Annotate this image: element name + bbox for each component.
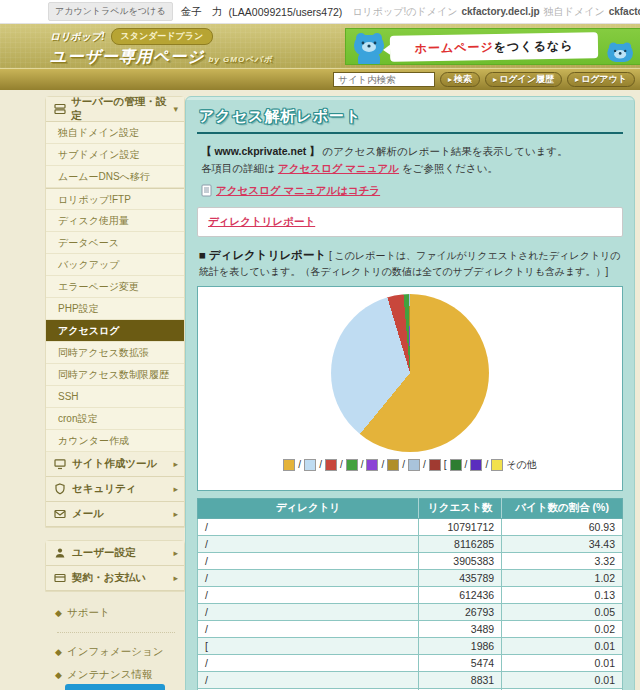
legend-swatch xyxy=(408,459,420,471)
sidebar-section-mail[interactable]: メール ▸ xyxy=(46,502,184,527)
support-link-label: サポート xyxy=(67,606,110,620)
chevron-right-icon: ▸ xyxy=(173,459,178,469)
legend-label: / xyxy=(485,459,488,470)
sidebar-item[interactable]: ムームーDNSへ移行 xyxy=(46,166,184,188)
sidebar-section-server-settings[interactable]: サーバーの管理・設定 ▾ xyxy=(46,97,184,122)
banner-text-highlight: ホームページ xyxy=(414,39,493,57)
sidebar-section-user-settings[interactable]: ユーザー設定 ▸ xyxy=(46,541,184,566)
cell-bytes-pct: 0.05 xyxy=(502,603,623,620)
legend-label: / xyxy=(423,459,426,470)
legend-item: / xyxy=(304,459,322,471)
logo-block[interactable]: ロリポップ! スタンダードプラン ユーザー専用ページby GMOペパボ xyxy=(50,28,273,68)
cell-bytes-pct: 0.13 xyxy=(502,586,623,603)
table-row: /34890.02 xyxy=(198,620,623,637)
sidebar-item[interactable]: カウンター作成 xyxy=(46,430,184,452)
table-row: /4357891.02 xyxy=(198,569,623,586)
own-domain-value: ckfactory.net,ckprivat… xyxy=(609,6,640,17)
cell-directory: / xyxy=(198,518,419,535)
directory-report-link[interactable]: ディレクトリレポート xyxy=(208,215,315,227)
sidebar-item[interactable]: バックアップ xyxy=(46,254,184,276)
cell-requests: 3905383 xyxy=(419,552,502,569)
triangle-icon: ▸ xyxy=(493,75,497,84)
cell-requests: 3489 xyxy=(419,620,502,637)
account-user-name: 金子 力 xyxy=(181,5,223,19)
sidebar-item[interactable]: エラーページ変更 xyxy=(46,276,184,298)
cell-requests: 435789 xyxy=(419,569,502,586)
legend-item: / xyxy=(283,459,301,471)
byline: by GMOペパボ xyxy=(209,55,273,64)
bear-mascot-icon xyxy=(604,40,638,65)
triangle-icon: ▸ xyxy=(448,75,452,84)
cell-directory: / xyxy=(198,552,419,569)
user-page-title: ユーザー専用ページby GMOペパボ xyxy=(50,47,273,68)
logout-button[interactable]: ▸ ログアウト xyxy=(567,72,635,87)
person-icon xyxy=(54,547,67,559)
sidebar-item[interactable]: SSH xyxy=(46,386,184,408)
sidebar-item[interactable]: PHP設定 xyxy=(46,298,184,320)
header: ロリポップ! スタンダードプラン ユーザー専用ページby GMOペパボ ホームペ… xyxy=(0,24,640,68)
credit-card-icon xyxy=(54,572,67,584)
search-button[interactable]: ▸ 検索 xyxy=(440,72,480,87)
cell-directory: / xyxy=(198,654,419,671)
sidebar-section-billing[interactable]: 契約・お支払い ▸ xyxy=(46,566,184,591)
chevron-right-icon: ▸ xyxy=(173,484,178,494)
support-link[interactable]: ◆ サポート xyxy=(55,606,185,620)
intro-line1: のアクセス解析のレポート結果を表示しています。 xyxy=(320,145,568,157)
legend-swatch xyxy=(346,459,358,471)
login-history-button[interactable]: ▸ ログイン履歴 xyxy=(485,72,562,87)
promo-banner[interactable]: ホームページをつくるなら xyxy=(345,28,640,65)
cell-bytes-pct: 1.02 xyxy=(502,569,623,586)
cell-requests: 612436 xyxy=(419,586,502,603)
search-toolbar: ▸ 検索 ▸ ログイン履歴 ▸ ログアウト xyxy=(0,68,640,90)
maintenance-link[interactable]: ◆ メンテナンス情報 xyxy=(55,668,185,682)
diamond-bullet-icon: ◆ xyxy=(55,647,62,657)
sidebar-item[interactable]: データベース xyxy=(46,232,184,254)
table-row: /267930.05 xyxy=(198,603,623,620)
cell-requests: 1986 xyxy=(419,637,502,654)
cell-requests: 8116285 xyxy=(419,535,502,552)
sidebar-footer-links: ◆ サポート ◆ インフォメーション ◆ メンテナンス情報 ◆ 障害情報 xyxy=(45,592,185,690)
brand-logo: ロリポップ! xyxy=(50,30,105,44)
sidebar-section-label: セキュリティ xyxy=(72,482,136,496)
legend-swatch xyxy=(470,459,482,471)
sidebar-item[interactable]: 同時アクセス数制限履歴 xyxy=(46,364,184,386)
search-button-label: 検索 xyxy=(454,73,472,86)
account-label-button[interactable]: アカウントラベルをつける xyxy=(48,2,173,21)
sidebar-item[interactable]: 独自ドメイン設定 xyxy=(46,122,184,144)
chart-legend: / / / / / / / [ / / その他 xyxy=(198,458,622,472)
legend-item: / xyxy=(325,459,343,471)
chevron-right-icon: ▸ xyxy=(173,573,178,583)
sidebar-item[interactable]: cron設定 xyxy=(46,408,184,430)
manual-link[interactable]: アクセスログ マニュアル xyxy=(278,162,399,174)
diamond-bullet-icon: ◆ xyxy=(55,608,62,618)
sidebar-item[interactable]: 同時アクセス数拡張 xyxy=(46,342,184,364)
sidebar-item[interactable]: ロリポップ!FTP xyxy=(46,188,184,210)
legend-label: / xyxy=(381,459,384,470)
sidebar-account-box: ユーザー設定 ▸ 契約・お支払い ▸ xyxy=(45,540,185,592)
table-row: [19860.01 xyxy=(198,637,623,654)
legend-swatch xyxy=(366,459,378,471)
sidebar-section-site-tools[interactable]: サイト作成ツール ▸ xyxy=(46,452,184,477)
sidebar-section-security[interactable]: セキュリティ ▸ xyxy=(46,477,184,502)
sidebar-item[interactable]: サブドメイン設定 xyxy=(46,144,184,166)
report-nav-box: ディレクトリレポート xyxy=(197,207,623,237)
sidebar-promo-banner[interactable] xyxy=(65,684,165,690)
cell-requests: 26793 xyxy=(419,603,502,620)
monitor-icon xyxy=(54,458,67,470)
table-row: /6124360.13 xyxy=(198,586,623,603)
user-page-title-text: ユーザー専用ページ xyxy=(50,48,205,65)
site-search-input[interactable] xyxy=(333,72,435,87)
sidebar-item[interactable]: ディスク使用量 xyxy=(46,210,184,232)
table-header-row: ディレクトリ リクエスト数 バイト数の割合 (%) xyxy=(198,498,623,518)
legend-item: / xyxy=(450,459,468,471)
legend-swatch xyxy=(450,459,462,471)
document-icon xyxy=(201,184,212,197)
manual-link-here[interactable]: アクセスログ マニュアルはコチラ xyxy=(216,184,380,198)
lolipop-domain-label: ロリポップ!のドメイン xyxy=(352,5,457,19)
information-link[interactable]: ◆ インフォメーション xyxy=(55,645,185,659)
sidebar-item-access-log[interactable]: アクセスログ xyxy=(46,320,184,342)
sidebar: サーバーの管理・設定 ▾ 独自ドメイン設定 サブドメイン設定 ムームーDNSへ移… xyxy=(45,96,185,690)
intro-line2-pre: 各項目の詳細は xyxy=(201,162,278,174)
table-row: /39053833.32 xyxy=(198,552,623,569)
account-bar: アカウントラベルをつける 金子 力 (LAA0099215/users472) … xyxy=(0,0,640,24)
